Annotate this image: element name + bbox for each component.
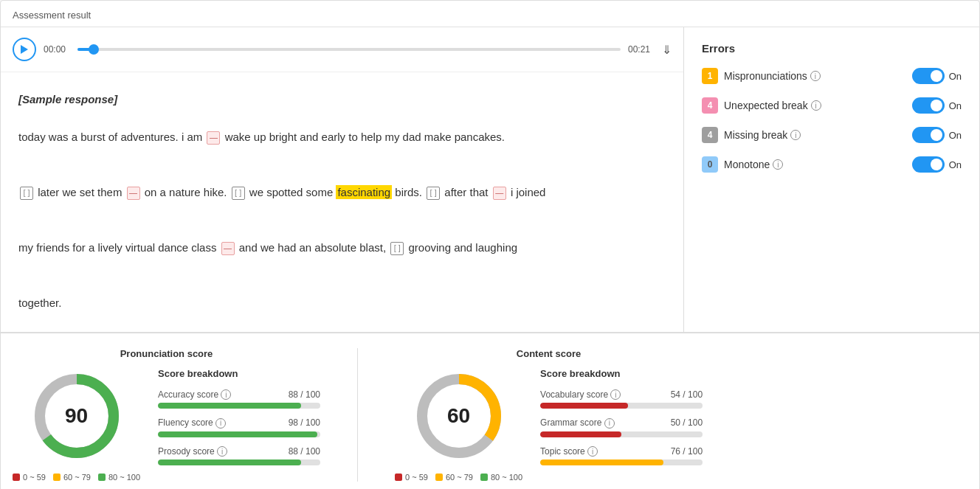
content-legend-mid: 60 ~ 79 [435,473,473,482]
toggle-3[interactable] [912,127,945,143]
content-score-block: 60 0 ~ 59 60 ~ 79 80 ~ 100 [395,368,703,482]
download-icon[interactable]: ⇓ [662,43,672,57]
text-p3b: and we had an absolute blast, [239,241,386,254]
vocabulary-bar-track [540,403,703,409]
break-marker-1: — [207,131,220,145]
progress-thumb [89,44,99,55]
error-row-unexpected-break: 4 Unexpected break i On [702,97,962,114]
info-icon-1[interactable]: i [810,71,821,81]
vocabulary-row: Vocabulary score i 54 / 100 [540,389,703,409]
audio-text-panel: 00:00 00:21 ⇓ [Sample response] today wa… [1,27,684,332]
content-legend-label-high: 80 ~ 100 [491,473,522,482]
break-marker-7: — [221,242,235,255]
pronunciation-score-number: 90 [65,404,88,428]
topic-label: Topic score i [540,446,598,457]
content-breakdown-title: Score breakdown [540,368,703,379]
legend-item-low: 0 ~ 59 [13,473,46,482]
prosody-bar-track [158,459,320,465]
pronunciation-donut-wrapper: 90 [29,368,125,464]
accuracy-info[interactable]: i [221,389,231,400]
content-legend-dot-yellow [435,474,443,481]
error-label-2: Unexpected break i [724,100,906,111]
prosody-info[interactable]: i [217,446,227,457]
text-p2d: birds. [395,186,422,198]
fluency-row: Fluency score i 98 / 100 [158,417,320,437]
toggle-4[interactable] [912,156,945,173]
grammar-value: 50 / 100 [671,417,703,429]
legend-item-mid: 60 ~ 79 [53,473,91,482]
error-label-1: Mispronunciations i [724,70,906,82]
content-legend: 0 ~ 59 60 ~ 79 80 ~ 100 [395,473,522,482]
fluency-bar-track [158,431,320,437]
toggle-2[interactable] [912,97,945,114]
prosody-header: Prosody score i 88 / 100 [158,446,320,457]
time-total: 00:21 [628,44,655,55]
audio-bar: 00:00 00:21 ⇓ [1,27,683,72]
vocabulary-header: Vocabulary score i 54 / 100 [540,389,703,400]
fluency-bar-fill [158,431,317,437]
toggle-monotone[interactable]: On [912,156,962,173]
toggle-missing-break[interactable]: On [912,127,962,143]
grammar-bar-track [540,431,703,437]
topic-info[interactable]: i [587,446,598,457]
content-title: Content score [395,348,703,359]
time-current: 00:00 [44,44,70,55]
info-icon-3[interactable]: i [790,130,801,140]
legend-label-low: 0 ~ 59 [23,473,46,482]
text-p2f: i joined [511,186,546,198]
break-marker-2: [ ] [20,187,33,200]
info-icon-2[interactable]: i [811,100,821,111]
play-button[interactable] [13,38,36,61]
content-donut-container: 60 0 ~ 59 60 ~ 79 80 ~ 100 [395,368,522,482]
grammar-row: Grammar score i 50 / 100 [540,417,703,437]
text-content: [Sample response] today was a burst of a… [1,72,683,332]
section-divider [357,348,358,482]
info-icon-4[interactable]: i [773,159,783,170]
sample-response-label: [Sample response] [18,87,666,111]
topic-value: 76 / 100 [671,446,703,457]
errors-panel: Errors 1 Mispronunciations i On 4 Unexpe… [684,27,979,332]
prosody-label: Prosody score i [158,446,227,457]
break-marker-4: [ ] [232,187,245,200]
prosody-bar-fill [158,459,301,465]
toggle-mispronunciations[interactable]: On [912,68,962,84]
fluency-header: Fluency score i 98 / 100 [158,417,320,429]
error-row-missing-break: 4 Missing break i On [702,127,962,143]
legend-dot-red [13,474,20,481]
toggle-unexpected-break[interactable]: On [912,97,962,114]
pronunciation-section: Pronunciation score 90 0 ~ [13,348,320,482]
topic-row: Topic score i 76 / 100 [540,446,703,466]
pronunciation-title: Pronunciation score [13,348,320,359]
accuracy-label: Accuracy score i [158,389,231,400]
fluency-value: 98 / 100 [289,417,320,429]
toggle-1[interactable] [912,68,945,84]
grammar-info[interactable]: i [604,418,615,429]
vocabulary-value: 54 / 100 [671,389,703,400]
content-breakdown: Score breakdown Vocabulary score i 54 / … [540,368,703,475]
prosody-value: 88 / 100 [289,446,320,457]
pronunciation-donut-container: 90 0 ~ 59 60 ~ 79 80 ~ 100 [13,368,140,482]
grammar-label: Grammar score i [540,417,615,429]
error-label-4: Monotone i [724,159,906,170]
accuracy-bar-track [158,403,320,409]
toggle-label-3: On [949,130,962,141]
progress-track[interactable] [77,48,621,51]
top-section: 00:00 00:21 ⇓ [Sample response] today wa… [1,27,979,333]
break-marker-6: — [493,187,506,200]
error-count-1: 1 [702,68,718,84]
fluency-label: Fluency score i [158,417,226,429]
svg-marker-0 [21,45,28,54]
accuracy-row: Accuracy score i 88 / 100 [158,389,320,409]
text-p2b: on a nature hike. [145,186,227,198]
text-p1a: today was a burst of adventures. i am [18,131,202,143]
word-fascinating: fascinating [336,185,392,199]
text-p1b: wake up bright and early to help my dad … [225,131,505,143]
vocabulary-info[interactable]: i [610,389,621,400]
content-legend-label-mid: 60 ~ 79 [446,473,473,482]
grammar-header: Grammar score i 50 / 100 [540,417,703,429]
text-p4: together. [18,296,61,309]
vocabulary-bar-fill [540,403,628,409]
text-p2e: after that [444,186,488,198]
fluency-info[interactable]: i [215,418,226,429]
grammar-bar-fill [540,431,621,437]
